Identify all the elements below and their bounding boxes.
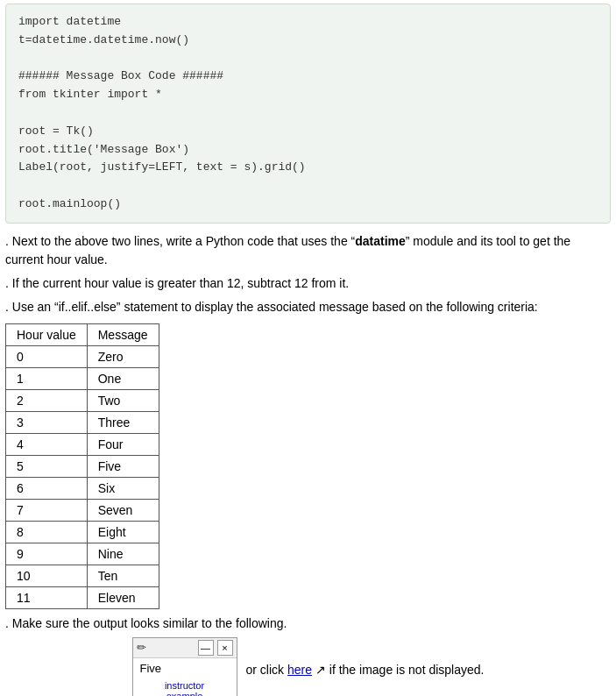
hour-cell: 3 bbox=[6, 411, 88, 433]
table-row: 7Seven bbox=[6, 499, 159, 521]
hour-cell: 2 bbox=[6, 389, 88, 411]
table-row: 2Two bbox=[6, 389, 159, 411]
table-row: 11Eleven bbox=[6, 586, 159, 608]
table-row: 3Three bbox=[6, 411, 159, 433]
message-cell: Eleven bbox=[87, 586, 159, 608]
message-value: Five bbox=[140, 662, 230, 675]
hour-cell: 5 bbox=[6, 455, 88, 477]
code-line-1: import datetime bbox=[18, 15, 121, 28]
hour-cell: 1 bbox=[6, 367, 88, 389]
titlebar: ✏ — × bbox=[133, 638, 237, 658]
output-note: . Make sure the output looks similar to … bbox=[5, 616, 611, 630]
table-row: 6Six bbox=[6, 477, 159, 499]
col-header-message: Message bbox=[87, 323, 159, 345]
hour-cell: 11 bbox=[6, 586, 88, 608]
message-cell: Four bbox=[87, 433, 159, 455]
code-line-9: Label(root, justify=LEFT, text = s).grid… bbox=[18, 160, 306, 174]
table-row: 8Eight bbox=[6, 521, 159, 543]
hour-cell: 8 bbox=[6, 521, 88, 543]
code-line-11: root.mainloop() bbox=[18, 197, 121, 210]
col-header-hour: Hour value bbox=[6, 323, 88, 345]
hour-cell: 0 bbox=[6, 345, 88, 367]
message-cell: Seven bbox=[87, 499, 159, 521]
message-cell: Zero bbox=[87, 345, 159, 367]
here-link[interactable]: here bbox=[287, 663, 312, 677]
hour-cell: 6 bbox=[6, 477, 88, 499]
table-row: 9Nine bbox=[6, 543, 159, 565]
click-note-prefix: or click bbox=[246, 663, 287, 677]
hour-cell: 7 bbox=[6, 499, 88, 521]
instructor-label: instructor example bbox=[133, 680, 237, 696]
close-button[interactable]: × bbox=[217, 640, 233, 656]
instruction-3: . Use an “if..elif..else” statement to d… bbox=[5, 298, 611, 316]
example-container: ✏ — × Five instructor example or click h… bbox=[5, 637, 611, 696]
message-box-body: Five bbox=[133, 658, 237, 680]
message-cell: Five bbox=[87, 455, 159, 477]
hour-cell: 9 bbox=[6, 543, 88, 565]
hour-cell: 10 bbox=[6, 565, 88, 586]
hour-message-table-wrapper: Hour value Message 0Zero1One2Two3Three4F… bbox=[5, 323, 611, 609]
hour-cell: 4 bbox=[6, 433, 88, 455]
table-row: 10Ten bbox=[6, 565, 159, 586]
message-cell: One bbox=[87, 367, 159, 389]
table-row: 4Four bbox=[6, 433, 159, 455]
instruction-2: . If the current hour value is greater t… bbox=[5, 274, 611, 293]
external-link-icon: ↗ bbox=[312, 663, 326, 677]
hour-message-table: Hour value Message 0Zero1One2Two3Three4F… bbox=[5, 323, 159, 609]
code-line-8: root.title('Message Box') bbox=[18, 143, 189, 156]
code-line-7: root = Tk() bbox=[18, 124, 94, 138]
table-row: 5Five bbox=[6, 455, 159, 477]
message-box-preview: ✏ — × Five instructor example bbox=[132, 637, 237, 696]
message-cell: Nine bbox=[87, 543, 159, 565]
message-cell: Six bbox=[87, 477, 159, 499]
pencil-icon: ✏ bbox=[137, 641, 146, 654]
message-cell: Eight bbox=[87, 521, 159, 543]
instruction-1: . Next to the above two lines, write a P… bbox=[5, 232, 611, 269]
code-line-5: from tkinter import * bbox=[18, 88, 162, 101]
code-line-4: ###### Message Box Code ###### bbox=[18, 69, 223, 82]
table-row: 0Zero bbox=[6, 345, 159, 367]
table-row: 1One bbox=[6, 367, 159, 389]
message-cell: Three bbox=[87, 411, 159, 433]
message-cell: Ten bbox=[87, 565, 159, 586]
code-line-2: t=datetime.datetime.now() bbox=[18, 33, 189, 46]
click-note: or click here ↗ if the image is not disp… bbox=[246, 663, 485, 677]
minimize-button[interactable]: — bbox=[198, 640, 214, 656]
click-note-suffix: if the image is not displayed. bbox=[326, 663, 485, 677]
message-cell: Two bbox=[87, 389, 159, 411]
code-block: import datetime t=datetime.datetime.now(… bbox=[5, 4, 611, 224]
keyword-datatime: datatime bbox=[355, 234, 406, 248]
